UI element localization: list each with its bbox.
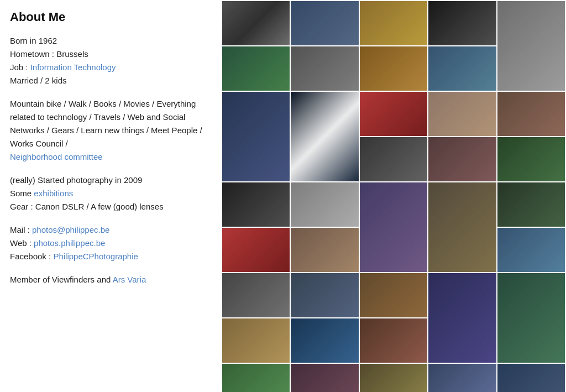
photo-14[interactable] <box>497 92 565 136</box>
photo-32[interactable] <box>291 318 358 363</box>
photo-37[interactable] <box>428 364 496 392</box>
photo-18[interactable] <box>222 182 290 227</box>
page-title: About Me <box>10 10 210 24</box>
photography-line1: (really) Started photography in 2009 <box>10 174 210 187</box>
hometown-line: Hometown : Brussels <box>10 48 210 61</box>
contact-section: Mail : photos@philippec.be Web : photos.… <box>10 223 210 263</box>
member-section: Member of Viewfinders and Ars Varia <box>10 273 210 286</box>
gear-line: Gear : Canon DSLR / A few (good) lenses <box>10 200 210 213</box>
photo-5[interactable] <box>497 1 565 91</box>
photo-23[interactable] <box>222 228 290 272</box>
interests-text: Mountain bike / Walk / Books / Movies / … <box>10 97 210 164</box>
photo-36[interactable] <box>360 364 427 392</box>
bio-section: Born in 1962 Hometown : Brussels Job : I… <box>10 34 210 87</box>
photo-21[interactable] <box>428 182 496 272</box>
photo-17[interactable] <box>497 137 565 181</box>
photo-35[interactable] <box>291 364 358 392</box>
photo-3[interactable] <box>360 1 427 45</box>
neighborhood-link[interactable]: Neighborhood committee <box>10 152 103 161</box>
photo-4[interactable] <box>428 1 496 45</box>
facebook-prefix: Facebook : <box>10 252 53 261</box>
exhibitions-prefix: Some <box>10 189 34 198</box>
facebook-line: Facebook : PhilippeCPhotographie <box>10 250 210 263</box>
member-line: Member of Viewfinders and Ars Varia <box>10 273 210 286</box>
married-line: Married / 2 kids <box>10 74 210 87</box>
photo-13[interactable] <box>428 92 496 136</box>
photo-31[interactable] <box>222 318 290 363</box>
mail-prefix: Mail : <box>10 225 32 234</box>
photo-30[interactable] <box>497 273 565 363</box>
member-prefix: Member of Viewfinders and <box>10 275 113 284</box>
web-prefix: Web : <box>10 238 34 248</box>
photo-8[interactable] <box>360 46 427 91</box>
web-link[interactable]: photos.philippec.be <box>34 238 105 248</box>
photo-29[interactable] <box>428 273 496 363</box>
photo-20[interactable] <box>360 182 427 272</box>
photo-grid <box>221 0 566 392</box>
mail-link[interactable]: photos@philippec.be <box>32 225 109 234</box>
photo-6[interactable] <box>222 46 290 91</box>
interests-content: Mountain bike / Walk / Books / Movies / … <box>10 99 202 148</box>
photo-28[interactable] <box>360 273 427 317</box>
ars-link[interactable]: Ars Varia <box>113 275 146 284</box>
photo-2[interactable] <box>291 1 358 45</box>
photo-10[interactable] <box>222 92 290 181</box>
photo-15[interactable] <box>360 137 427 181</box>
photo-7[interactable] <box>291 46 358 91</box>
facebook-link[interactable]: PhilippeCPhotographie <box>53 252 138 261</box>
photo-26[interactable] <box>222 273 290 317</box>
photo-27[interactable] <box>291 273 358 317</box>
photo-24[interactable] <box>291 228 358 272</box>
job-link[interactable]: Information Technology <box>30 62 116 72</box>
web-line: Web : photos.philippec.be <box>10 237 210 250</box>
about-panel: About Me Born in 1962 Hometown : Brussel… <box>0 0 221 392</box>
photo-1[interactable] <box>222 1 290 45</box>
job-line: Job : Information Technology <box>10 61 210 74</box>
photo-38[interactable] <box>497 364 565 392</box>
interests-section: Mountain bike / Walk / Books / Movies / … <box>10 97 210 164</box>
job-prefix: Job : <box>10 62 30 72</box>
photo-34[interactable] <box>222 364 290 392</box>
exhibitions-link[interactable]: exhibitions <box>34 189 73 198</box>
photo-22[interactable] <box>497 182 565 227</box>
photo-9[interactable] <box>428 46 496 91</box>
photo-12[interactable] <box>360 92 427 136</box>
photo-25[interactable] <box>497 228 565 272</box>
photo-11[interactable] <box>291 92 358 181</box>
mail-line: Mail : photos@philippec.be <box>10 223 210 237</box>
photography-section: (really) Started photography in 2009 Som… <box>10 174 210 213</box>
born-line: Born in 1962 <box>10 34 210 48</box>
photo-33[interactable] <box>360 318 427 363</box>
photo-19[interactable] <box>291 182 358 227</box>
photo-16[interactable] <box>428 137 496 181</box>
exhibitions-line: Some exhibitions <box>10 187 210 200</box>
